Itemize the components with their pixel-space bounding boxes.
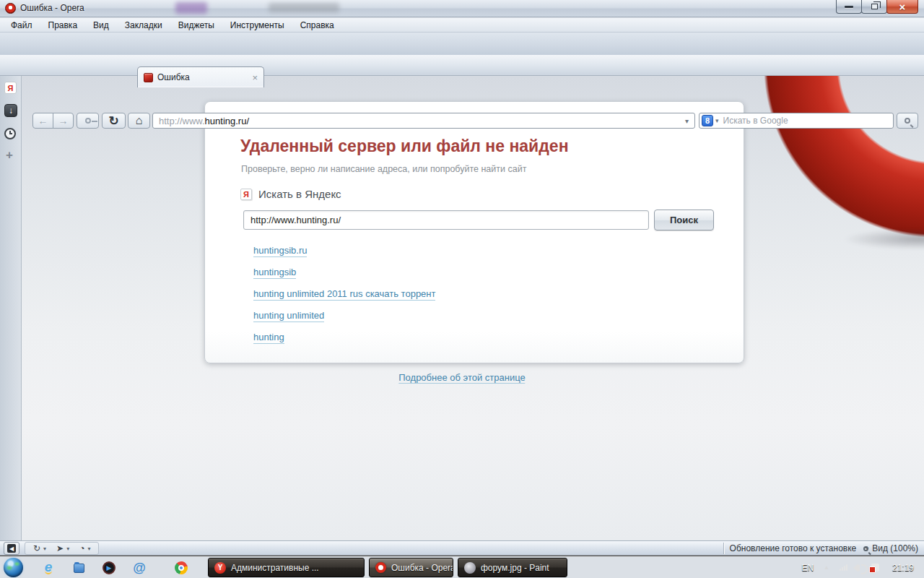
task-label: Административные ... xyxy=(231,563,319,573)
opera-icon xyxy=(5,3,16,14)
sidebar-item-add-panel[interactable]: + xyxy=(6,148,13,163)
chevron-down-icon: ▾ xyxy=(66,545,69,552)
ie-glyph: e xyxy=(45,561,53,574)
zoom-icon xyxy=(863,546,868,551)
yandex-search-heading-row: Я Искать в Яндекс xyxy=(240,188,341,200)
search-go-button[interactable] xyxy=(897,113,918,129)
address-input[interactable]: http://www.hunting.ru/ ▾ xyxy=(152,113,695,129)
search-icon xyxy=(905,118,910,124)
menu-help[interactable]: Справка xyxy=(292,19,342,32)
separator xyxy=(723,543,724,554)
rewind-button[interactable] xyxy=(77,113,99,129)
window-controls: × xyxy=(837,0,918,14)
home-icon: ⌂ xyxy=(136,114,143,127)
explorer-folder-icon[interactable] xyxy=(71,560,87,576)
sidebar-item-downloads[interactable]: ↓ xyxy=(4,104,17,117)
clock[interactable]: 21:19 xyxy=(892,563,914,573)
opera-logo-watermark xyxy=(762,76,924,239)
tab-close-icon[interactable]: × xyxy=(252,73,258,82)
glass-artifact xyxy=(269,3,339,12)
opera-browser-window: Ошибка - Opera × Файл Правка Вид Закладк… xyxy=(0,0,924,578)
yandex-icon: Я xyxy=(4,82,17,94)
suggestion-link[interactable]: hunting unlimited xyxy=(253,310,324,322)
status-tools-group: ↻ ▾ ➤ ▾ ◔ ▾ xyxy=(25,542,99,555)
taskbar-button-opera[interactable]: Ошибка - Opera xyxy=(369,558,453,577)
error-subtitle: Проверьте, верно ли написание адреса, ил… xyxy=(241,164,526,174)
media-player-icon[interactable]: ▶ xyxy=(101,560,117,576)
minimize-icon xyxy=(845,6,853,8)
close-icon: × xyxy=(899,1,906,12)
google-engine-icon[interactable]: 8 xyxy=(702,115,713,126)
panel-toggle-icon: ◀ xyxy=(7,544,16,553)
menu-edit[interactable]: Правка xyxy=(40,19,86,32)
panel-toggle-button[interactable]: ◀ xyxy=(4,542,19,555)
restore-button[interactable] xyxy=(861,0,887,14)
forward-icon: → xyxy=(58,115,69,126)
url-dropdown-icon[interactable]: ▾ xyxy=(685,117,689,125)
unite-icon: ➤ xyxy=(56,543,64,553)
menu-tools[interactable]: Инструменты xyxy=(222,19,292,32)
error-card: Удаленный сервер или файл не найден Пров… xyxy=(204,101,744,363)
network-icon[interactable] xyxy=(840,564,848,571)
suggestion-link[interactable]: hunting unlimited 2011 rus скачать торре… xyxy=(253,288,435,301)
tray-expand-icon[interactable]: ▲ xyxy=(824,564,829,571)
url-prefix: http://www. xyxy=(159,116,205,126)
mail-app-icon[interactable]: @ xyxy=(131,560,147,576)
yandex-search-input[interactable] xyxy=(243,210,649,230)
glass-artifact xyxy=(175,2,207,14)
tab-favicon xyxy=(144,73,153,82)
tab-error-active[interactable]: Ошибка × xyxy=(137,66,264,87)
search-placeholder: Искать в Google xyxy=(723,116,788,126)
plus-icon: + xyxy=(6,148,13,163)
engine-dropdown-icon[interactable]: ▾ xyxy=(715,117,719,124)
back-button[interactable]: ← xyxy=(32,113,53,129)
task-label: Ошибка - Opera xyxy=(391,563,453,573)
menu-file[interactable]: Файл xyxy=(3,19,40,32)
suggestion-link[interactable]: hunting xyxy=(253,332,284,344)
opera-icon xyxy=(375,562,386,573)
chevron-down-icon: ▾ xyxy=(87,545,90,552)
download-icon: ↓ xyxy=(4,104,17,117)
power-icon[interactable] xyxy=(871,564,879,571)
folder-icon xyxy=(74,564,84,573)
back-icon: ← xyxy=(38,115,48,126)
minimize-button[interactable] xyxy=(836,0,862,14)
reload-button[interactable]: ↻ xyxy=(102,113,126,129)
sidebar-item-history[interactable] xyxy=(4,128,16,139)
language-indicator[interactable]: EN xyxy=(801,563,814,573)
chrome-logo-icon xyxy=(175,561,188,574)
unite-button[interactable]: ➤ ▾ xyxy=(51,543,74,553)
suggestion-link[interactable]: huntingsib.ru xyxy=(253,245,307,257)
start-button[interactable] xyxy=(4,558,23,577)
zoom-control[interactable]: Вид (100%) xyxy=(863,543,918,553)
sync-button[interactable]: ↻ ▾ xyxy=(28,543,51,553)
url-host: hunting.ru/ xyxy=(205,116,249,126)
at-icon: @ xyxy=(133,561,146,576)
volume-icon[interactable] xyxy=(857,565,860,571)
web-search-input[interactable]: 8 ▾ Искать в Google xyxy=(699,113,894,129)
menu-widgets[interactable]: Виджеты xyxy=(170,19,222,32)
taskbar-button-yandex-admin[interactable]: Y Административные ... xyxy=(208,558,365,577)
update-ready-notice[interactable]: Обновление готово к установке xyxy=(730,543,857,553)
internet-explorer-icon[interactable]: e xyxy=(40,560,56,576)
chrome-icon[interactable] xyxy=(173,560,189,576)
taskbar-button-paint[interactable]: форум.jpg - Paint xyxy=(458,558,567,577)
turbo-button[interactable]: ◔ ▾ xyxy=(74,543,95,553)
tab-bar: Форум охотников × Ошибка × + xyxy=(0,33,924,55)
title-bar: Ошибка - Opera × xyxy=(0,0,924,17)
sidebar-item-yandex[interactable]: Я xyxy=(4,82,17,94)
window-title: Ошибка - Opera xyxy=(20,3,84,13)
search-submit-button[interactable]: Поиск xyxy=(654,210,714,230)
forward-button[interactable]: → xyxy=(53,113,74,129)
play-icon: ▶ xyxy=(103,561,116,574)
home-button[interactable]: ⌂ xyxy=(128,113,150,129)
close-button[interactable]: × xyxy=(886,0,918,14)
more-about-page-link[interactable]: Подробнее об этой странице xyxy=(398,372,525,384)
suggestion-link[interactable]: huntingsib xyxy=(253,267,296,279)
turbo-icon: ◔ xyxy=(79,543,84,553)
zoom-label: Вид (100%) xyxy=(872,543,918,553)
menu-view[interactable]: Вид xyxy=(85,19,117,32)
yandex-heading: Искать в Яндекс xyxy=(258,188,341,200)
clock-icon xyxy=(4,128,16,139)
menu-bookmarks[interactable]: Закладки xyxy=(117,19,170,32)
